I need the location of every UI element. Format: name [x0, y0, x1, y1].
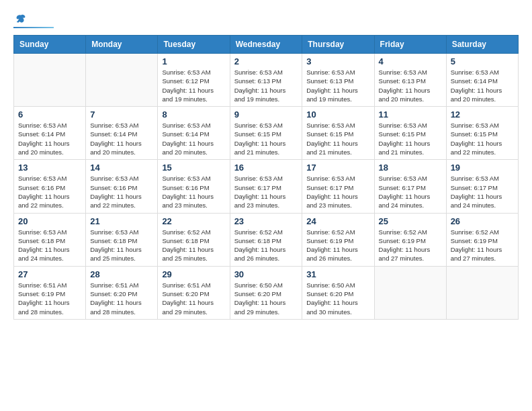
day-info: Sunrise: 6:51 AMSunset: 6:19 PMDaylight:…: [18, 281, 81, 316]
day-info: Sunrise: 6:53 AMSunset: 6:13 PMDaylight:…: [379, 68, 442, 103]
calendar-cell: 27Sunrise: 6:51 AMSunset: 6:19 PMDayligh…: [14, 266, 86, 319]
day-info: Sunrise: 6:52 AMSunset: 6:19 PMDaylight:…: [379, 228, 442, 263]
day-info: Sunrise: 6:51 AMSunset: 6:20 PMDaylight:…: [162, 281, 225, 316]
day-info: Sunrise: 6:52 AMSunset: 6:19 PMDaylight:…: [306, 228, 369, 263]
day-number: 20: [18, 216, 81, 226]
day-info: Sunrise: 6:53 AMSunset: 6:17 PMDaylight:…: [451, 174, 514, 210]
day-number: 24: [306, 216, 369, 226]
calendar-cell: 21Sunrise: 6:53 AMSunset: 6:18 PMDayligh…: [86, 213, 158, 266]
day-number: 28: [90, 269, 153, 279]
day-info: Sunrise: 6:53 AMSunset: 6:14 PMDaylight:…: [90, 121, 153, 156]
day-number: 5: [451, 56, 514, 66]
calendar-cell: 16Sunrise: 6:53 AMSunset: 6:17 PMDayligh…: [230, 160, 302, 213]
calendar-cell: 29Sunrise: 6:51 AMSunset: 6:20 PMDayligh…: [158, 266, 230, 319]
calendar-cell: 10Sunrise: 6:53 AMSunset: 6:15 PMDayligh…: [302, 107, 374, 160]
calendar-cell: 6Sunrise: 6:53 AMSunset: 6:14 PMDaylight…: [14, 107, 86, 160]
day-info: Sunrise: 6:53 AMSunset: 6:14 PMDaylight:…: [162, 121, 225, 156]
calendar-week-row: 20Sunrise: 6:53 AMSunset: 6:18 PMDayligh…: [14, 213, 519, 266]
day-number: 29: [162, 269, 225, 279]
day-number: 25: [379, 216, 442, 226]
day-info: Sunrise: 6:51 AMSunset: 6:20 PMDaylight:…: [90, 281, 153, 316]
day-info: Sunrise: 6:53 AMSunset: 6:16 PMDaylight:…: [18, 174, 81, 210]
calendar-cell: [374, 266, 446, 319]
calendar-cell: [446, 266, 518, 319]
day-info: Sunrise: 6:53 AMSunset: 6:17 PMDaylight:…: [234, 174, 298, 210]
day-number: 1: [162, 56, 225, 66]
calendar-cell: 1Sunrise: 6:53 AMSunset: 6:12 PMDaylight…: [158, 54, 230, 107]
weekday-header: Wednesday: [230, 36, 302, 54]
day-number: 26: [451, 216, 514, 226]
day-number: 27: [18, 269, 81, 279]
day-info: Sunrise: 6:53 AMSunset: 6:18 PMDaylight:…: [18, 228, 81, 263]
day-info: Sunrise: 6:53 AMSunset: 6:14 PMDaylight:…: [451, 68, 514, 103]
weekday-header: Sunday: [14, 36, 86, 54]
day-info: Sunrise: 6:53 AMSunset: 6:13 PMDaylight:…: [234, 68, 298, 103]
calendar-cell: 15Sunrise: 6:53 AMSunset: 6:16 PMDayligh…: [158, 160, 230, 213]
calendar-cell: 26Sunrise: 6:52 AMSunset: 6:19 PMDayligh…: [446, 213, 518, 266]
weekday-header: Tuesday: [158, 36, 230, 54]
day-number: 22: [162, 216, 225, 226]
day-info: Sunrise: 6:53 AMSunset: 6:16 PMDaylight:…: [90, 174, 153, 210]
calendar-cell: 4Sunrise: 6:53 AMSunset: 6:13 PMDaylight…: [374, 54, 446, 107]
day-number: 18: [379, 163, 442, 173]
day-number: 8: [162, 109, 225, 120]
page-header: [13, 13, 519, 28]
calendar-cell: 31Sunrise: 6:50 AMSunset: 6:20 PMDayligh…: [302, 266, 374, 319]
logo-divider: [13, 27, 54, 28]
day-info: Sunrise: 6:53 AMSunset: 6:12 PMDaylight:…: [162, 68, 225, 103]
day-info: Sunrise: 6:53 AMSunset: 6:15 PMDaylight:…: [379, 121, 442, 156]
weekday-header: Friday: [374, 36, 446, 54]
day-info: Sunrise: 6:53 AMSunset: 6:17 PMDaylight:…: [379, 174, 442, 210]
calendar-cell: 13Sunrise: 6:53 AMSunset: 6:16 PMDayligh…: [14, 160, 86, 213]
logo: [13, 13, 54, 28]
calendar-cell: 8Sunrise: 6:53 AMSunset: 6:14 PMDaylight…: [158, 107, 230, 160]
day-info: Sunrise: 6:53 AMSunset: 6:17 PMDaylight:…: [306, 174, 369, 210]
calendar-cell: 19Sunrise: 6:53 AMSunset: 6:17 PMDayligh…: [446, 160, 518, 213]
calendar-week-row: 6Sunrise: 6:53 AMSunset: 6:14 PMDaylight…: [14, 107, 519, 160]
calendar-week-row: 27Sunrise: 6:51 AMSunset: 6:19 PMDayligh…: [14, 266, 519, 319]
day-number: 6: [18, 109, 81, 120]
calendar-cell: 17Sunrise: 6:53 AMSunset: 6:17 PMDayligh…: [302, 160, 374, 213]
calendar-cell: 22Sunrise: 6:52 AMSunset: 6:18 PMDayligh…: [158, 213, 230, 266]
calendar-cell: 28Sunrise: 6:51 AMSunset: 6:20 PMDayligh…: [86, 266, 158, 319]
calendar-cell: 11Sunrise: 6:53 AMSunset: 6:15 PMDayligh…: [374, 107, 446, 160]
calendar-cell: 18Sunrise: 6:53 AMSunset: 6:17 PMDayligh…: [374, 160, 446, 213]
calendar-week-row: 13Sunrise: 6:53 AMSunset: 6:16 PMDayligh…: [14, 160, 519, 213]
day-info: Sunrise: 6:52 AMSunset: 6:18 PMDaylight:…: [234, 228, 298, 263]
day-number: 13: [18, 163, 81, 173]
day-info: Sunrise: 6:53 AMSunset: 6:16 PMDaylight:…: [162, 174, 225, 210]
calendar-cell: [14, 54, 86, 107]
day-info: Sunrise: 6:50 AMSunset: 6:20 PMDaylight:…: [306, 281, 369, 316]
day-info: Sunrise: 6:53 AMSunset: 6:15 PMDaylight:…: [451, 121, 514, 156]
day-info: Sunrise: 6:52 AMSunset: 6:18 PMDaylight:…: [162, 228, 225, 263]
day-info: Sunrise: 6:53 AMSunset: 6:13 PMDaylight:…: [306, 68, 369, 103]
day-number: 23: [234, 216, 298, 226]
calendar-cell: 23Sunrise: 6:52 AMSunset: 6:18 PMDayligh…: [230, 213, 302, 266]
day-info: Sunrise: 6:50 AMSunset: 6:20 PMDaylight:…: [234, 281, 298, 316]
day-number: 3: [306, 56, 369, 66]
calendar-cell: 7Sunrise: 6:53 AMSunset: 6:14 PMDaylight…: [86, 107, 158, 160]
calendar-cell: 24Sunrise: 6:52 AMSunset: 6:19 PMDayligh…: [302, 213, 374, 266]
weekday-header: Saturday: [446, 36, 518, 54]
calendar-cell: 9Sunrise: 6:53 AMSunset: 6:15 PMDaylight…: [230, 107, 302, 160]
day-number: 14: [90, 163, 153, 173]
day-number: 10: [306, 109, 369, 120]
day-number: 15: [162, 163, 225, 173]
logo-bird-icon: [15, 13, 27, 26]
calendar-cell: 14Sunrise: 6:53 AMSunset: 6:16 PMDayligh…: [86, 160, 158, 213]
day-info: Sunrise: 6:53 AMSunset: 6:18 PMDaylight:…: [90, 228, 153, 263]
calendar-cell: 25Sunrise: 6:52 AMSunset: 6:19 PMDayligh…: [374, 213, 446, 266]
calendar-table: SundayMondayTuesdayWednesdayThursdayFrid…: [13, 35, 519, 320]
day-number: 31: [306, 269, 369, 279]
day-number: 19: [451, 163, 514, 173]
calendar-cell: 2Sunrise: 6:53 AMSunset: 6:13 PMDaylight…: [230, 54, 302, 107]
day-number: 30: [234, 269, 298, 279]
day-info: Sunrise: 6:53 AMSunset: 6:15 PMDaylight:…: [306, 121, 369, 156]
day-info: Sunrise: 6:53 AMSunset: 6:15 PMDaylight:…: [234, 121, 298, 156]
calendar-cell: 30Sunrise: 6:50 AMSunset: 6:20 PMDayligh…: [230, 266, 302, 319]
day-number: 9: [234, 109, 298, 120]
calendar-cell: 3Sunrise: 6:53 AMSunset: 6:13 PMDaylight…: [302, 54, 374, 107]
day-number: 11: [379, 109, 442, 120]
weekday-header: Monday: [86, 36, 158, 54]
calendar-cell: 20Sunrise: 6:53 AMSunset: 6:18 PMDayligh…: [14, 213, 86, 266]
